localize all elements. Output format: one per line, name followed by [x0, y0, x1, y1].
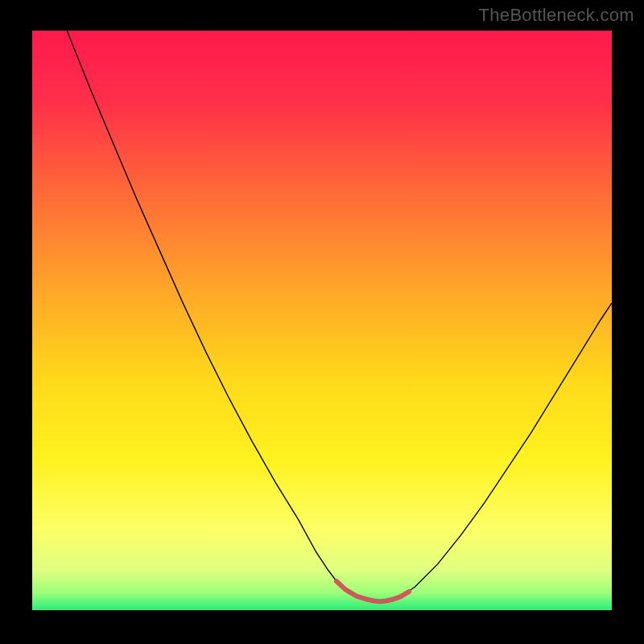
plot-area	[32, 31, 612, 610]
chart-frame: TheBottleneck.com	[0, 0, 644, 644]
gradient-background	[32, 31, 612, 610]
watermark-text: TheBottleneck.com	[479, 5, 634, 26]
bottleneck-plot-svg	[32, 31, 612, 610]
